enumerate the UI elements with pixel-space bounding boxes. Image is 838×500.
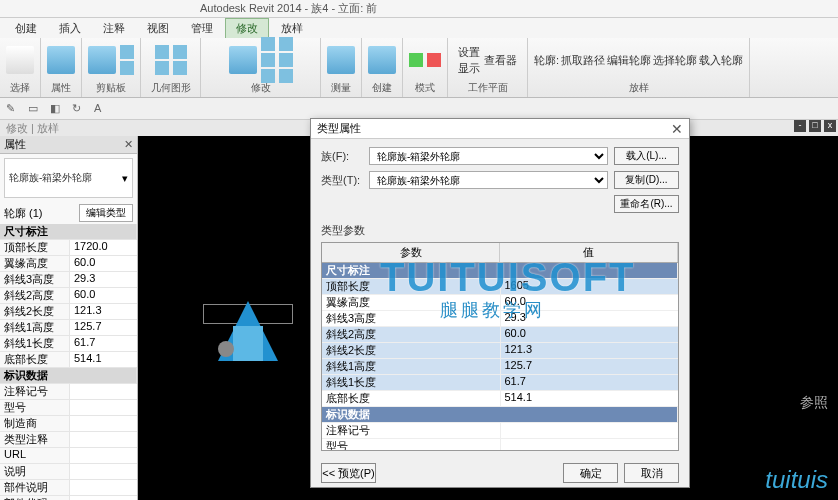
ribbon-tabs: 创建 插入 注释 视图 管理 修改 放样 [0, 18, 838, 38]
type-selector[interactable]: 轮廓族-箱梁外轮廓 ▾ [4, 158, 133, 198]
prop-row[interactable]: 斜线1长度61.7 [0, 336, 137, 352]
param-row[interactable]: 斜线2高度60.0 [322, 327, 678, 343]
prop-row[interactable]: 说明 [0, 464, 137, 480]
watermark-logo-icon [198, 281, 298, 381]
prop-row[interactable]: 斜线3高度29.3 [0, 272, 137, 288]
param-row[interactable]: 斜线3高度29.3 [322, 311, 678, 327]
close-icon[interactable]: x [824, 120, 836, 132]
create-icon[interactable] [368, 46, 396, 74]
param-row[interactable]: 翼缘高度60.0 [322, 295, 678, 311]
param-row[interactable]: 斜线1长度61.7 [322, 375, 678, 391]
edit-profile-btn[interactable]: 编辑轮廓 [607, 53, 651, 68]
qat-icon[interactable]: ◧ [50, 102, 64, 116]
param-row[interactable]: 顶部长度1605 [322, 279, 678, 295]
edit-type-button[interactable]: 编辑类型 [79, 204, 133, 222]
col-value: 值 [500, 243, 678, 262]
prop-row[interactable]: URL [0, 448, 137, 464]
tab-manage[interactable]: 管理 [181, 19, 223, 38]
qat-icon[interactable]: ↻ [72, 102, 86, 116]
tab-annotate[interactable]: 注释 [93, 19, 135, 38]
show-plane-btn[interactable]: 显示 [458, 61, 480, 76]
cursor-icon[interactable] [6, 46, 34, 74]
param-row[interactable]: 底部长度514.1 [322, 391, 678, 407]
cut-icon[interactable] [120, 45, 134, 59]
params-grid: 参数 值 尺寸标注顶部长度1605翼缘高度60.0斜线3高度29.3斜线2高度6… [321, 242, 679, 451]
restore-icon[interactable]: □ [809, 120, 821, 132]
move-icon[interactable] [229, 46, 257, 74]
prop-row[interactable]: 斜线2高度60.0 [0, 288, 137, 304]
prop-row[interactable]: 顶部长度1720.0 [0, 240, 137, 256]
draw-path-btn[interactable]: 抓取路径 [561, 53, 605, 68]
select-profile-btn[interactable]: 选择轮廓 [653, 53, 697, 68]
ribbon-group-properties: 属性 [41, 38, 82, 97]
prop-row[interactable]: 制造商 [0, 416, 137, 432]
prop-row[interactable]: 斜线1高度125.7 [0, 320, 137, 336]
prop-row[interactable]: 底部长度514.1 [0, 352, 137, 368]
prop-row[interactable]: 斜线2长度121.3 [0, 304, 137, 320]
join-icon[interactable] [173, 45, 187, 59]
prop-row[interactable]: 部件代码 [0, 496, 137, 500]
prop-group[interactable]: 标识数据 [0, 368, 137, 384]
qat-icon[interactable]: A [94, 102, 108, 116]
load-button[interactable]: 载入(L)... [614, 147, 679, 165]
preview-button[interactable]: << 预览(P) [321, 463, 376, 483]
family-select[interactable]: 轮廓族-箱梁外轮廓 [369, 147, 608, 165]
join2-icon[interactable] [173, 61, 187, 75]
param-row[interactable]: 注释记号 [322, 423, 678, 439]
cancel-button[interactable]: 取消 [624, 463, 679, 483]
dialog-footer: << 预览(P) 确定 取消 [311, 459, 689, 487]
duplicate-button[interactable]: 复制(D)... [614, 171, 679, 189]
reference-label: 参照 [800, 394, 828, 412]
tab-modify[interactable]: 修改 [225, 18, 269, 38]
param-row[interactable]: 型号 [322, 439, 678, 451]
instance-filter: 轮廓 (1) 编辑类型 [0, 202, 137, 224]
ribbon-group-create: 创建 [362, 38, 403, 97]
ok-button[interactable]: 确定 [563, 463, 618, 483]
set-plane-btn[interactable]: 设置 [458, 45, 480, 60]
finish-icon[interactable] [409, 53, 423, 67]
split-icon[interactable] [279, 53, 293, 67]
qat-icon[interactable]: ▭ [28, 102, 42, 116]
cut2-icon[interactable] [155, 61, 169, 75]
prop-row[interactable]: 注释记号 [0, 384, 137, 400]
prop-row[interactable]: 型号 [0, 400, 137, 416]
load-profile-btn[interactable]: 载入轮廓 [699, 53, 743, 68]
param-group[interactable]: 尺寸标注 [322, 263, 678, 279]
close-icon[interactable]: ✕ [671, 121, 683, 137]
prop-row[interactable]: 类型注释 [0, 432, 137, 448]
tab-create[interactable]: 创建 [5, 19, 47, 38]
params-grid-body[interactable]: 尺寸标注顶部长度1605翼缘高度60.0斜线3高度29.3斜线2高度60.0斜线… [322, 263, 678, 451]
rename-button[interactable]: 重命名(R)... [614, 195, 679, 213]
prop-row[interactable]: 部件说明 [0, 480, 137, 496]
ribbon-group-geometry: 几何图形 [141, 38, 201, 97]
properties-icon[interactable] [47, 46, 75, 74]
watermark-corner: tuituis [765, 466, 828, 494]
param-row[interactable]: 斜线1高度125.7 [322, 359, 678, 375]
properties-panel: 属性 ✕ 轮廓族-箱梁外轮廓 ▾ 轮廓 (1) 编辑类型 尺寸标注顶部长度172… [0, 136, 138, 500]
paste-icon[interactable] [88, 46, 116, 74]
ribbon-group-sweep: 轮廓: 抓取路径 编辑轮廓 选择轮廓 载入轮廓 放样 [528, 38, 750, 97]
type-select[interactable]: 轮廓族-箱梁外轮廓 [369, 171, 608, 189]
svg-rect-0 [233, 326, 263, 361]
offset-icon[interactable] [261, 53, 275, 67]
param-group[interactable]: 标识数据 [322, 407, 678, 423]
prop-row[interactable]: 翼缘高度60.0 [0, 256, 137, 272]
close-icon[interactable]: ✕ [124, 138, 133, 151]
svg-point-1 [218, 341, 234, 357]
tab-insert[interactable]: 插入 [49, 19, 91, 38]
align-icon[interactable] [261, 37, 275, 51]
ribbon-group-mode: 模式 [403, 38, 448, 97]
tab-view[interactable]: 视图 [137, 19, 179, 38]
filter-label[interactable]: 轮廓 (1) [4, 206, 43, 221]
cancel-icon[interactable] [427, 53, 441, 67]
cope-icon[interactable] [155, 45, 169, 59]
prop-group[interactable]: 尺寸标注 [0, 224, 137, 240]
copy-icon[interactable] [120, 61, 134, 75]
trim-icon[interactable] [279, 37, 293, 51]
tab-sweep[interactable]: 放样 [271, 19, 313, 38]
qat-icon[interactable]: ✎ [6, 102, 20, 116]
viewer-btn[interactable]: 查看器 [484, 53, 517, 68]
minimize-icon[interactable]: - [794, 120, 806, 132]
measure-icon[interactable] [327, 46, 355, 74]
param-row[interactable]: 斜线2长度121.3 [322, 343, 678, 359]
